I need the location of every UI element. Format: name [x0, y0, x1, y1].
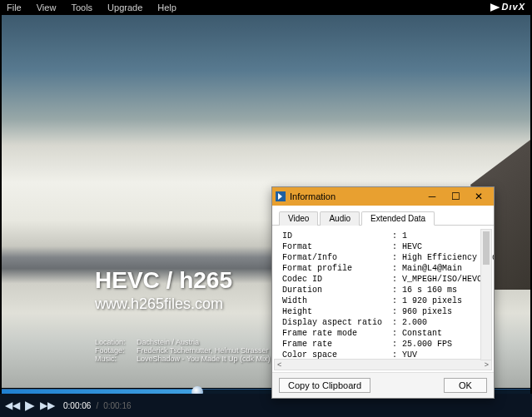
menu-upgrade[interactable]: Upgrade [107, 2, 142, 12]
property-key: Format profile [282, 263, 392, 274]
time-total: 0:00:16 [103, 401, 131, 410]
property-value: 16 s 160 ms [402, 285, 457, 295]
credit-row: Footage:Frederick Tschernutter, Helmut S… [95, 346, 271, 355]
tab-bar: Video Audio Extended Data [272, 206, 494, 226]
property-key: Format [282, 241, 392, 252]
property-key: Duration [282, 285, 392, 295]
property-value: 2.000 [402, 317, 427, 328]
credit-row: Location:Dachstein / Austria [95, 338, 271, 346]
property-value: 1 [402, 231, 407, 241]
ok-button[interactable]: OK [444, 378, 487, 393]
property-row: Format: HEVC [282, 241, 490, 252]
credit-label: Location: [95, 338, 137, 346]
menu-tools[interactable]: Tools [71, 2, 92, 12]
property-row: Height: 960 pixels [282, 306, 490, 317]
copy-to-clipboard-button[interactable]: Copy to Clipboard [279, 378, 370, 393]
property-row: ID: 1 [282, 231, 490, 241]
time-sep: / [96, 401, 98, 410]
property-key: Display aspect ratio [282, 317, 392, 328]
credit-value: Dachstein / Austria [137, 338, 199, 346]
tab-video[interactable]: Video [279, 211, 318, 226]
credit-label: Music: [95, 355, 137, 363]
video-title: HEVC / h265 [95, 267, 232, 294]
scroll-right-icon[interactable]: > [485, 360, 489, 369]
property-value: 960 pixels [402, 306, 452, 317]
video-credits: Location:Dachstein / AustriaFootage:Fred… [95, 338, 271, 363]
property-value: YUV [402, 350, 417, 359]
close-icon[interactable]: ✕ [467, 191, 490, 202]
property-value: V_MPEGH/ISO/HEVC [402, 274, 482, 285]
credit-value: Frederick Tschernutter, Helmut Strasser [137, 346, 268, 355]
window-titlebar[interactable]: Information ─ ☐ ✕ [272, 187, 494, 206]
window-title: Information [290, 191, 420, 201]
property-row: Codec ID: V_MPEGH/ISO/HEVC [282, 274, 490, 285]
property-row: Color space: YUV [282, 350, 490, 359]
property-value: 25.000 FPS [402, 339, 452, 350]
time-current: 0:00:06 [63, 401, 91, 410]
tab-extended-data[interactable]: Extended Data [361, 211, 435, 226]
property-row: Format profile: Main@L4@Main [282, 263, 490, 274]
credit-label: Footage: [95, 346, 137, 355]
horizontal-scrollbar[interactable]: < > [274, 359, 492, 370]
divx-logo: DıvX [490, 2, 525, 12]
minimize-icon[interactable]: ─ [420, 191, 444, 202]
property-key: Codec ID [282, 274, 392, 285]
menu-file[interactable]: File [7, 2, 22, 12]
info-body: ID: 1Format: HEVCFormat/Info: High Effic… [272, 226, 494, 370]
app-icon [276, 191, 286, 201]
credit-row: Music:LoveShadow - You Made It Up (cdk M… [95, 355, 271, 363]
property-row: Display aspect ratio: 2.000 [282, 317, 490, 328]
property-value: Main@L4@Main [402, 263, 462, 274]
property-value: HEVC [402, 241, 422, 252]
property-row: Width: 1 920 pixels [282, 295, 490, 306]
property-row: Duration: 16 s 160 ms [282, 285, 490, 295]
property-key: Frame rate [282, 339, 392, 350]
property-key: ID [282, 231, 392, 241]
menu-view[interactable]: View [37, 2, 57, 12]
property-key: Color space [282, 350, 392, 359]
menu-help[interactable]: Help [157, 2, 177, 12]
scroll-left-icon[interactable]: < [277, 360, 281, 369]
vertical-scrollbar[interactable] [480, 229, 492, 360]
property-value: Constant [402, 328, 442, 339]
property-key: Frame rate mode [282, 328, 392, 339]
property-row: Frame rate mode: Constant [282, 328, 490, 339]
credit-value: LoveShadow - You Made It Up (cdk Mix) [137, 355, 271, 363]
next-icon[interactable]: ▶▶ [40, 400, 55, 411]
video-url: www.h265files.com [95, 295, 232, 313]
property-key: Height [282, 306, 392, 317]
dialog-buttons: Copy to Clipboard OK [272, 372, 494, 398]
menu-bar: File View Tools Upgrade Help [0, 0, 532, 15]
information-window: Information ─ ☐ ✕ Video Audio Extended D… [271, 186, 495, 399]
play-icon[interactable]: ▶ [25, 398, 35, 413]
prev-icon[interactable]: ◀◀ [5, 400, 20, 411]
property-value: 1 920 pixels [402, 295, 462, 306]
tab-audio[interactable]: Audio [320, 211, 360, 226]
property-row: Format/Info: High Efficiency Video [282, 252, 490, 263]
property-key: Format/Info [282, 252, 392, 263]
property-list[interactable]: ID: 1Format: HEVCFormat/Info: High Effic… [272, 226, 494, 359]
video-overlay-text: HEVC / h265 www.h265files.com [95, 267, 232, 313]
property-row: Frame rate: 25.000 FPS [282, 339, 490, 350]
maximize-icon[interactable]: ☐ [444, 191, 467, 202]
property-key: Width [282, 295, 392, 306]
